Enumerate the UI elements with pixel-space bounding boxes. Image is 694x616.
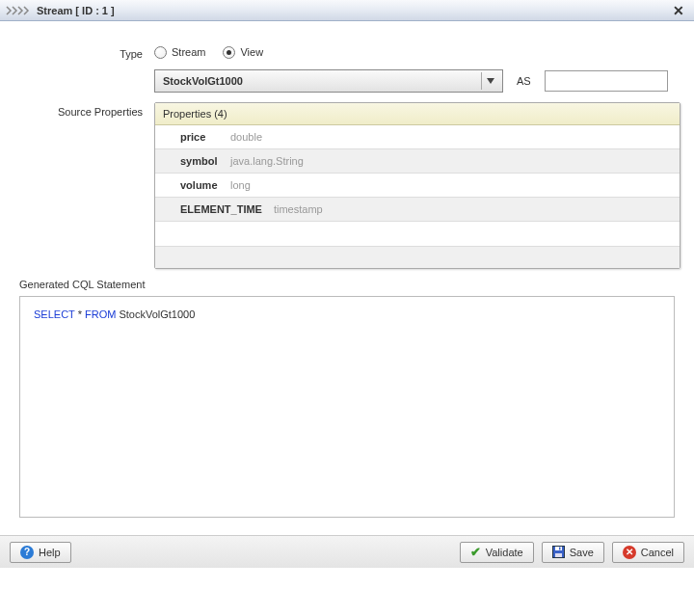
svg-rect-2 xyxy=(555,553,562,557)
save-button[interactable]: Save xyxy=(542,542,604,563)
chevrons-icon xyxy=(6,5,31,16)
footer-bar: ? Help ✔ Validate Save ✕ Cancel xyxy=(0,535,694,568)
generated-cql-label: Generated CQL Statement xyxy=(19,279,684,290)
cancel-icon: ✕ xyxy=(623,546,636,559)
radio-stream[interactable] xyxy=(154,46,167,59)
properties-table: Properties (4) price double symbol java.… xyxy=(154,102,681,269)
radio-view[interactable] xyxy=(223,46,235,59)
help-icon: ? xyxy=(20,546,34,559)
table-row[interactable]: volume long xyxy=(155,174,680,198)
radio-view-label: View xyxy=(240,46,263,58)
type-label: Type xyxy=(10,44,154,60)
table-row[interactable]: symbol java.lang.String xyxy=(155,149,680,174)
chevron-down-icon xyxy=(481,72,498,90)
help-button[interactable]: ? Help xyxy=(10,542,71,563)
cancel-button[interactable]: ✕ Cancel xyxy=(612,542,684,563)
source-select-value: StockVolGt1000 xyxy=(163,75,243,87)
table-row[interactable]: price double xyxy=(155,125,680,149)
as-label: AS xyxy=(517,75,531,87)
properties-header: Properties (4) xyxy=(155,103,680,125)
check-icon: ✔ xyxy=(470,545,481,559)
table-row-empty xyxy=(155,247,680,268)
close-icon[interactable]: ✕ xyxy=(669,3,688,18)
source-select[interactable]: StockVolGt1000 xyxy=(154,69,503,93)
generated-cql-output: SELECT * FROM StockVolGt1000 xyxy=(19,296,675,518)
radio-stream-label: Stream xyxy=(172,46,205,58)
validate-button[interactable]: ✔ Validate xyxy=(460,542,534,563)
title-bar: Stream [ ID : 1 ] ✕ xyxy=(0,0,694,21)
floppy-icon xyxy=(552,546,565,558)
table-row-empty xyxy=(155,222,680,247)
svg-rect-1 xyxy=(555,547,562,550)
table-row[interactable]: ELEMENT_TIME timestamp xyxy=(155,198,680,222)
svg-rect-3 xyxy=(559,548,561,550)
dialog-title: Stream [ ID : 1 ] xyxy=(37,5,115,16)
source-props-label: Source Properties xyxy=(10,102,154,118)
alias-input[interactable] xyxy=(545,70,668,92)
